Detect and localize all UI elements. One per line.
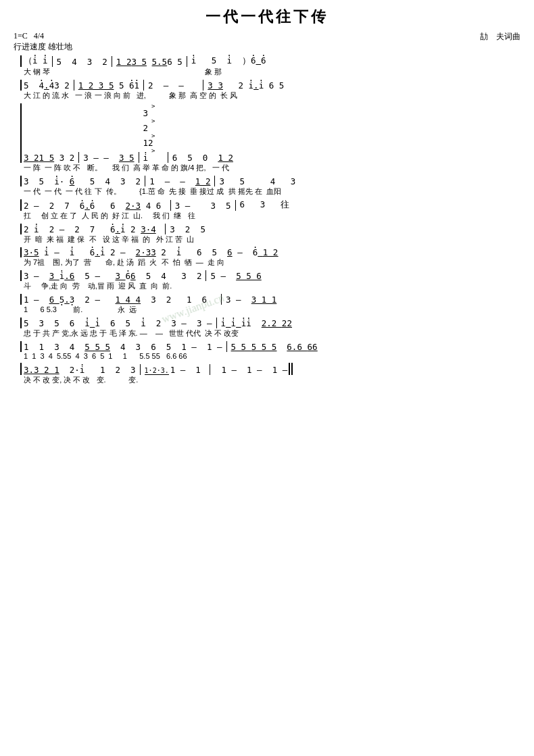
lyric-row-9: 1 6 5.3 前. 永 远: [20, 305, 514, 315]
notation-row-10: 5 3 5 6 i i 6 5 i 2 3 — 3 — i i ii 2.2 2…: [20, 318, 514, 328]
score-container: （i i 5 4 3 2 1 23 5 5.56 5 i 5 i ）6 6 大 …: [14, 54, 520, 389]
note: 3 21 5 3 2: [24, 153, 74, 163]
header-row: 1=C 4/4 行进速度 雄壮地 劼 夫词曲: [14, 31, 520, 53]
notation-row-9: 1 — 6 5.3 2 — 1 4 4 3 2 1 6 3 — 3 1 1: [20, 294, 514, 305]
lyric-row-7: 为 7祖 围, 为了 营 命, 赴 汤 蹈 火 不 怕 牺 — 走 向: [20, 257, 514, 268]
lyric-row-5: 扛 创 立 在 了 人 民 的 好 江 山. 我 们 继 往: [20, 211, 514, 221]
note: 3 — 3 5: [175, 201, 231, 211]
final-double-bar: [289, 363, 293, 375]
note: 3 — 3 i.6 5 — 3 66 5 4 3 2: [24, 271, 201, 281]
lyric: 1 1 3 4 5.55 4 3 6 5 1 1 5.5 55 6.6 66: [24, 352, 187, 360]
note: 5 4 3 2: [57, 57, 107, 67]
note: 1 1 3 4 5 5 5 4 3 6 5 1 — 1 —: [24, 342, 222, 352]
time-label: 4/4: [34, 31, 44, 41]
lyric: 忠 于 共 产 党,永 远 忠 于 毛 泽 东. — — 世世 代代 决 不 改…: [24, 328, 239, 338]
row-11: 1 1 3 4 5 5 5 4 3 6 5 1 — 1 — 5 5 5 5 5 …: [20, 341, 514, 360]
key-label: 1=C: [14, 31, 28, 41]
lyric-row-11: 1 1 3 4 5.55 4 3 6 5 1 1 5.5 55 6.6 66: [20, 352, 514, 360]
note: 5 3 5 6 i i 6 5 i 2 3 — 3 —: [24, 318, 212, 328]
key-tempo: 1=C 4/4 行进速度 雄壮地: [14, 31, 72, 53]
row-12: 3.3 2 1 2·i 1 2 3 1·2·3. 1 — 1 1 — 1 — 1…: [20, 363, 514, 385]
lyric-row-12: 决 不 改 变, 决 不 改 变. 变.: [20, 375, 514, 385]
note: 1 — — 1 2: [149, 176, 210, 186]
note: 6 3 往: [240, 199, 289, 211]
note: 1 23 5 5.56 5: [116, 57, 183, 67]
note: 2 — —: [148, 80, 199, 91]
lyric: 大 江 的 流 水 一 浪 一 浪 向 前 进, 象 那 高 空 的 长 风: [24, 91, 237, 101]
composer: 劼 夫词曲: [480, 31, 520, 43]
notation-row-8: 3 — 3 i.6 5 — 3 66 5 4 3 2 5 — 5 5 6: [20, 270, 514, 281]
note: 5 5 5 5 5 6.6 66: [231, 342, 318, 352]
lyric: 一 代 一 代 一 代 往 下 传。 {1.茁 命 先 接 垂 接过 成 拱 摇…: [24, 186, 281, 197]
note: 3 3 2 i.i 6 5: [208, 80, 284, 91]
lyric: 决 不 改 变, 决 不 改 变. 变.: [24, 375, 138, 385]
row-2: 5 4.43 2 1 2 3 5 5 61 2 — — 3 3 2 i.i 6 …: [20, 80, 514, 101]
lyric-row-4: 一 代 一 代 一 代 往 下 传。 {1.茁 命 先 接 垂 接过 成 拱 摇…: [20, 186, 514, 197]
lyric: 扛 创 立 在 了 人 民 的 好 江 山. 我 们 继 往: [24, 211, 195, 221]
notation-row-7: 3·5 i — i 6.i 2 — 2·33 2 i 6 5 6 — 6 1 2: [20, 247, 514, 257]
lyric: 为 7祖 围, 为了 营 命, 赴 汤 蹈 火 不 怕 牺 — 走 向: [24, 257, 224, 268]
song-title: 一代一代往下传: [14, 7, 520, 27]
note: i i ii 2.2 22: [221, 318, 292, 328]
note: 2 — 2 7 6.6 6 2·3 4 6: [24, 201, 166, 211]
lyric-row-10: 忠 于 共 产 党,永 远 忠 于 毛 泽 东. — — 世世 代代 决 不 改…: [20, 328, 514, 338]
note: 3 2 5: [170, 224, 216, 234]
notation-row-1: （i i 5 4 3 2 1 23 5 5.56 5 i 5 i ）6 6: [20, 55, 514, 67]
lyric-row-1: 大 钢 琴 象 那: [20, 67, 514, 77]
notation-row-11: 1 1 3 4 5 5 5 4 3 6 5 1 — 1 — 5 5 5 5 5 …: [20, 341, 514, 352]
note: 2 i 2 — 2 7 6.i 2 3·4: [24, 224, 161, 234]
notation-row-2: 5 4.43 2 1 2 3 5 5 61 2 — — 3 3 2 i.i 6 …: [20, 80, 514, 91]
note: 3 5 4 3: [219, 176, 295, 186]
page: www.jianpu.cn 一代一代往下传 1=C 4/4 行进速度 雄壮地 劼…: [0, 0, 534, 756]
key-time: 1=C 4/4: [14, 31, 72, 41]
row-8: 3 — 3 i.6 5 — 3 66 5 4 3 2 5 — 5 5 6 斗 争…: [20, 270, 514, 291]
notation-row-5: 2 — 2 7 6.6 6 2·3 4 6 3 — 3 5 6 3 往: [20, 199, 514, 211]
row-4: 3 5 i· 6 5 4 3 2 1 — — 1 2 3 5 4 3 一 代 一…: [20, 176, 514, 197]
lyric: 开 暗 来 福 建 保 不 设 这 辛 福 的 外 江 苦 山: [24, 234, 194, 245]
note: 3 5 i· 6 5 4 3 2: [24, 176, 141, 186]
row-9: 1 — 6 5.3 2 — 1 4 4 3 2 1 6 3 — 3 1 1 1 …: [20, 294, 514, 315]
lyric-row-3: 一 阵 一 阵 吹 不 断。 我 们 高 举 革 命 的 旗/4 把, 一 代: [20, 163, 514, 173]
lyric: 1 6 5.3 前. 永 远: [24, 305, 137, 315]
note: i 5 i ）6 6: [191, 55, 266, 67]
note: 3 — — 3 5: [83, 153, 134, 163]
note: 5 — 5 5 6: [210, 271, 261, 281]
note: 3 2 12 i: [143, 103, 164, 163]
note: 1 — 1 — 1 —: [221, 365, 287, 375]
notation-row-12: 3.3 2 1 2·i 1 2 3 1·2·3. 1 — 1 1 — 1 — 1…: [20, 363, 514, 375]
repeat-num: 1·2·3.: [145, 367, 169, 375]
notation-row-3: 3 21 5 3 2 3 — — 3 5 3 2 12 i 6 5 0 1 2: [20, 103, 514, 163]
row-6: 2 i 2 — 2 7 6.i 2 3·4 3 2 5 开 暗 来 福 建 保 …: [20, 224, 514, 245]
lyric-row-8: 斗 争,走 向 劳 动,冒 雨 迎 风 直 向 前.: [20, 281, 514, 291]
note: 5 4.43 2: [24, 80, 70, 91]
lyric: 斗 争,走 向 劳 动,冒 雨 迎 风 直 向 前.: [24, 281, 172, 291]
note: 1 2 3 5 5 61: [78, 80, 139, 91]
note: 3 — 3 1 1: [226, 295, 276, 305]
row-5: 2 — 2 7 6.6 6 2·3 4 6 3 — 3 5 6 3 往 扛 创 …: [20, 199, 514, 221]
note: 1 — 1: [170, 365, 206, 375]
row-10: 5 3 5 6 i i 6 5 i 2 3 — 3 — i i ii 2.2 2…: [20, 318, 514, 338]
note: 3·5 i — i 6.i 2 — 2·33 2 i 6 5 6 — 6 1 2: [24, 247, 278, 257]
note: （i i: [24, 55, 48, 67]
note: 1 — 6 5.3 2 — 1 4 4 3 2 1 6: [24, 295, 217, 305]
note: 3.3 2 1 2·i 1 2 3: [24, 365, 136, 375]
note: 6 5 0 1 2: [172, 153, 233, 163]
row-7: 3·5 i — i 6.i 2 — 2·33 2 i 6 5 6 — 6 1 2…: [20, 247, 514, 268]
row-1: （i i 5 4 3 2 1 23 5 5.56 5 i 5 i ）6 6 大 …: [20, 55, 514, 77]
row-3: 3 21 5 3 2 3 — — 3 5 3 2 12 i 6 5 0 1 2 …: [20, 103, 514, 173]
notation-row-6: 2 i 2 — 2 7 6.i 2 3·4 3 2 5: [20, 224, 514, 234]
notation-row-4: 3 5 i· 6 5 4 3 2 1 — — 1 2 3 5 4 3: [20, 176, 514, 186]
lyric-row-2: 大 江 的 流 水 一 浪 一 浪 向 前 进, 象 那 高 空 的 长 风: [20, 91, 514, 101]
